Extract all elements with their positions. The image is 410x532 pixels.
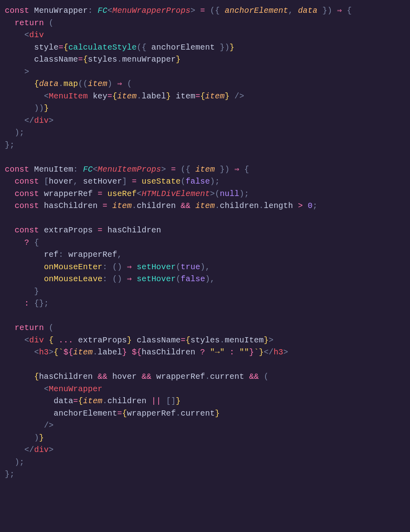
code-token: h3 bbox=[39, 348, 48, 357]
code-token: ] bbox=[122, 177, 127, 186]
code-line[interactable]: }; bbox=[5, 470, 14, 479]
code-token: } bbox=[215, 165, 225, 174]
code-line[interactable]: <div { ... extraProps} className={styles… bbox=[5, 336, 273, 345]
code-token: wrapperRef bbox=[68, 250, 117, 259]
code-line[interactable]: {data.map((item) ⇒ ( bbox=[5, 79, 132, 88]
code-line[interactable]: }; bbox=[5, 140, 14, 150]
code-line[interactable]: {hasChildren && hover && wrapperRef.curr… bbox=[5, 372, 269, 381]
code-token: map bbox=[63, 79, 78, 88]
code-token: . bbox=[132, 201, 137, 210]
code-token: /> bbox=[44, 421, 54, 430]
code-line[interactable]: return ( bbox=[5, 18, 54, 28]
code-line[interactable]: ref: wrapperRef, bbox=[5, 250, 122, 259]
code-token: . bbox=[259, 201, 264, 210]
code-line[interactable]: return ( bbox=[5, 323, 54, 332]
code-editor[interactable]: const MenuWrapper: FC<MenuWrapperProps> … bbox=[0, 0, 410, 486]
code-token: [] bbox=[166, 396, 176, 406]
code-token: className bbox=[137, 336, 181, 345]
code-token: } bbox=[39, 433, 44, 442]
code-token: = bbox=[166, 165, 181, 174]
code-line[interactable]: const MenuWrapper: FC<MenuWrapperProps> … bbox=[5, 6, 352, 15]
code-token: ( bbox=[49, 323, 54, 332]
code-token: data bbox=[54, 396, 73, 406]
code-line[interactable]: > bbox=[5, 67, 29, 76]
code-line[interactable]: data={item.children || []} bbox=[5, 396, 181, 406]
code-token: ` bbox=[254, 348, 259, 357]
code-line[interactable]: <div bbox=[5, 30, 44, 40]
code-token: ( bbox=[127, 79, 132, 88]
code-line[interactable]: const [hover, setHover] = useState(false… bbox=[5, 177, 220, 186]
code-token bbox=[5, 311, 10, 320]
code-line[interactable]: anchorElement={wrapperRef.current} bbox=[5, 409, 220, 418]
code-token: , bbox=[117, 250, 122, 259]
code-line[interactable]: className={styles.menuWrapper} bbox=[5, 55, 181, 64]
code-token: . bbox=[58, 79, 63, 88]
code-line[interactable]: const wrapperRef = useRef<HTMLDivElement… bbox=[5, 189, 249, 198]
code-line[interactable]: ))} bbox=[5, 104, 49, 113]
code-token: = bbox=[78, 55, 83, 64]
code-token: ; bbox=[244, 189, 249, 198]
code-token: . bbox=[205, 372, 210, 381]
code-line[interactable]: style={calculateStyle({ anchorElement })… bbox=[5, 43, 235, 52]
code-token bbox=[5, 287, 34, 296]
code-token bbox=[5, 458, 14, 467]
code-token: > bbox=[161, 165, 166, 174]
code-token: current bbox=[210, 372, 244, 381]
code-line[interactable]: onMouseEnter: () ⇒ setHover(true), bbox=[5, 262, 210, 272]
code-token: hasChildren bbox=[39, 372, 92, 381]
code-line[interactable] bbox=[5, 311, 10, 320]
code-token: } bbox=[122, 348, 127, 357]
code-line[interactable]: </div> bbox=[5, 445, 54, 454]
code-line[interactable]: <h3>{`${item.label} ${hasChildren ? "→" … bbox=[5, 348, 288, 357]
code-token: useRef bbox=[107, 189, 137, 198]
code-token: children bbox=[137, 201, 176, 210]
code-token bbox=[5, 55, 34, 64]
code-token: = bbox=[98, 201, 113, 210]
code-line[interactable]: onMouseLeave: () ⇒ setHover(false), bbox=[5, 274, 215, 284]
code-token: children bbox=[107, 396, 147, 406]
code-token: && bbox=[93, 372, 113, 381]
code-token: item bbox=[88, 79, 107, 88]
code-token: < bbox=[44, 92, 49, 101]
code-token: MenuItem bbox=[34, 165, 73, 174]
code-line[interactable]: const hasChildren = item.children && ite… bbox=[5, 201, 318, 210]
code-line[interactable] bbox=[5, 214, 10, 223]
code-token: } bbox=[264, 336, 269, 345]
code-line[interactable] bbox=[5, 152, 10, 162]
code-token: "" bbox=[239, 348, 249, 357]
code-line[interactable]: } bbox=[5, 287, 39, 296]
code-token: { bbox=[122, 409, 127, 418]
code-line[interactable] bbox=[5, 360, 10, 369]
code-line[interactable]: /> bbox=[5, 421, 54, 430]
code-token: > bbox=[49, 348, 54, 357]
code-token: ) bbox=[210, 177, 215, 186]
code-line[interactable]: ); bbox=[5, 458, 24, 467]
code-token: </ bbox=[24, 445, 34, 454]
code-token: ( bbox=[49, 18, 54, 28]
code-token: const bbox=[14, 226, 44, 235]
code-token: = bbox=[127, 177, 142, 186]
code-token: onMouseEnter bbox=[44, 262, 102, 272]
code-line[interactable]: : {}; bbox=[5, 299, 49, 308]
code-token: < bbox=[44, 384, 49, 394]
code-token: calculateStyle bbox=[68, 43, 137, 52]
code-line[interactable]: <MenuWrapper bbox=[5, 384, 102, 394]
code-token: && bbox=[244, 372, 264, 381]
code-token bbox=[5, 214, 10, 223]
code-token: : bbox=[24, 299, 34, 308]
code-line[interactable]: )} bbox=[5, 433, 44, 442]
code-token bbox=[5, 128, 14, 137]
code-token bbox=[5, 201, 14, 210]
code-line[interactable]: ); bbox=[5, 128, 24, 137]
code-line[interactable]: <MenuItem key={item.label} item={item} /… bbox=[5, 92, 244, 101]
code-line[interactable]: const MenuItem: FC<MenuItemProps> = ({ i… bbox=[5, 165, 249, 174]
code-token: h3 bbox=[273, 348, 283, 357]
code-token bbox=[5, 274, 44, 284]
code-token: wrapperRef bbox=[127, 409, 176, 418]
code-line[interactable]: </div> bbox=[5, 116, 54, 125]
code-line[interactable]: ? { bbox=[5, 238, 39, 247]
code-line[interactable]: const extraProps = hasChildren bbox=[5, 226, 161, 235]
code-token bbox=[5, 238, 24, 247]
code-token: : bbox=[102, 274, 112, 284]
code-token: ` bbox=[58, 348, 63, 357]
